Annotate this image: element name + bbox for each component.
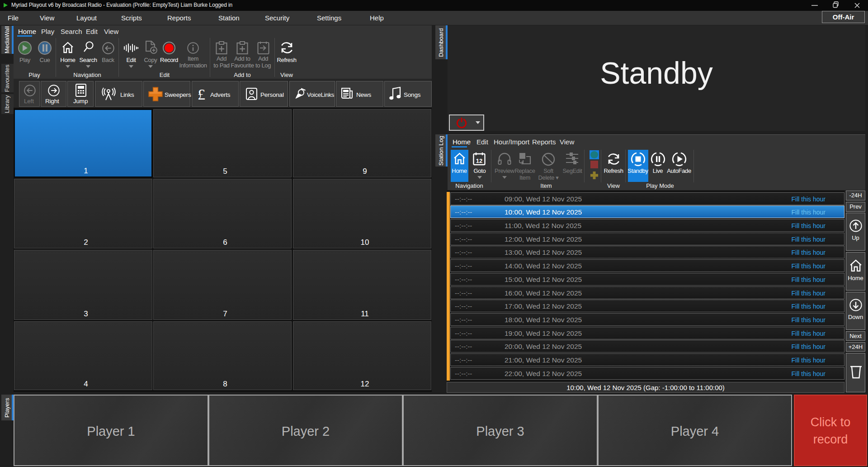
svg-text:12: 12	[476, 157, 482, 164]
